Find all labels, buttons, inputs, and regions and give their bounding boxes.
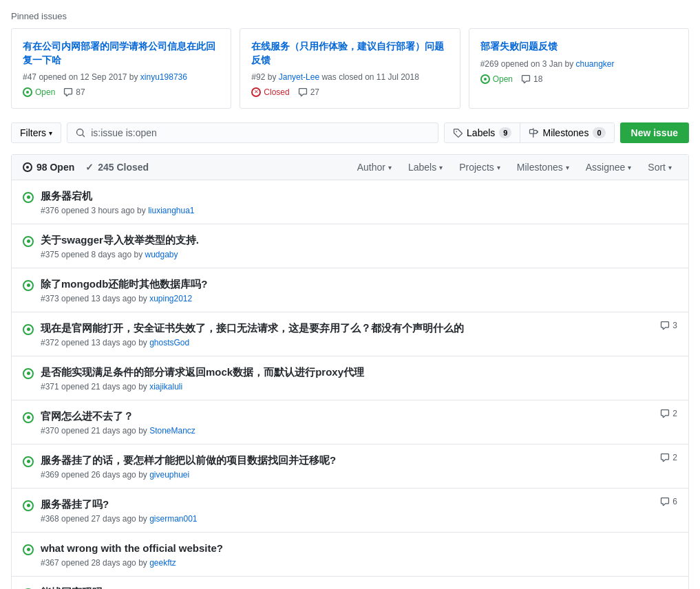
pinned-card-1-title[interactable]: 有在公司内网部署的同学请将公司信息在此回复一下哈 [23, 40, 220, 67]
table-row: 服务器挂了的话，要怎样才能把以前做的项目数据找回并迁移呢? #369 opene… [12, 445, 688, 489]
table-row: 现在是官网能打开，安全证书失效了，接口无法请求，这是要弃用了么？都没有个声明什么… [12, 312, 688, 356]
sort-filter[interactable]: Sort ▾ [642, 162, 677, 173]
issue-meta-6: #369 opened 26 days ago by giveuphuei [41, 470, 655, 480]
filters-button[interactable]: Filters ▾ [11, 122, 61, 143]
issues-container: 98 Open ✓ 245 Closed Author ▾ Labels ▾ P… [11, 154, 689, 589]
issue-right-3: 3 [660, 321, 677, 330]
chevron-down-icon-labels: ▾ [439, 164, 443, 171]
new-issue-button[interactable]: New issue [620, 122, 689, 143]
issue-content-1: 关于swagger导入枚举类型的支持. #375 opened 8 days a… [41, 233, 672, 259]
issue-content-2: 除了mongodb还能时其他数据库吗? #373 opened 13 days … [41, 277, 672, 303]
table-row: 除了mongodb还能时其他数据库吗? #373 opened 13 days … [12, 268, 688, 312]
chevron-down-icon-milestones: ▾ [566, 164, 569, 171]
issue-title-1[interactable]: 关于swagger导入枚举类型的支持. [41, 233, 672, 247]
issues-header-left: 98 Open ✓ 245 Closed [23, 162, 352, 173]
closed-count[interactable]: ✓ 245 Closed [85, 162, 149, 173]
issue-content-8: what wrong with the official website? #3… [41, 541, 672, 568]
issue-content-0: 服务器宕机 #376 opened 3 hours ago by liuxian… [41, 189, 672, 215]
table-row: 关于swagger导入枚举类型的支持. #375 opened 8 days a… [12, 224, 688, 268]
comment-count-3: 18 [521, 74, 542, 84]
issue-open-icon-9 [23, 586, 34, 589]
table-row: 服务器宕机 #376 opened 3 hours ago by liuxian… [12, 180, 688, 224]
author-filter[interactable]: Author ▾ [352, 162, 397, 173]
issue-title-2[interactable]: 除了mongodb还能时其他数据库吗? [41, 277, 672, 291]
issues-list: 服务器宕机 #376 opened 3 hours ago by liuxian… [12, 180, 688, 589]
open-icon [23, 87, 32, 97]
pinned-header: Pinned issues [11, 11, 689, 21]
label-milestone-group: Labels 9 Milestones 0 [444, 122, 614, 143]
chevron-down-icon-assignee: ▾ [628, 164, 631, 171]
issue-content-9: 能找回密码吗? #366 opened 8 Oct by yuegray [41, 585, 672, 589]
issue-right-6: 2 [660, 453, 677, 462]
issues-header-filters: Author ▾ Labels ▾ Projects ▾ Milestones … [352, 162, 677, 173]
open-icon-3 [480, 74, 490, 84]
issue-title-3[interactable]: 现在是官网能打开，安全证书失效了，接口无法请求，这是要弃用了么？都没有个声明什么… [41, 321, 655, 335]
pinned-card-1-meta: #47 opened on 12 Sep 2017 by xinyu198736 [23, 72, 220, 82]
issue-meta-7: #368 opened 27 days ago by giserman001 [41, 514, 655, 524]
comment-count-3: 3 [660, 321, 677, 330]
assignee-filter[interactable]: Assignee ▾ [580, 162, 637, 173]
issue-open-icon-6 [23, 454, 34, 467]
chevron-down-icon-projects: ▾ [497, 164, 500, 171]
table-row: 服务器挂了吗? #368 opened 27 days ago by giser… [12, 489, 688, 533]
closed-status-badge: Closed [251, 87, 289, 97]
table-row: 官网怎么进不去了？ #370 opened 21 days ago by Sto… [12, 400, 688, 445]
issue-open-icon-5 [23, 410, 34, 423]
table-row: 能找回密码吗? #366 opened 8 Oct by yuegray [12, 577, 688, 589]
table-row: what wrong with the official website? #3… [12, 533, 688, 577]
issue-open-icon-1 [23, 234, 34, 247]
issue-title-9[interactable]: 能找回密码吗? [41, 585, 672, 589]
milestones-button[interactable]: Milestones 0 [520, 123, 613, 142]
issue-title-6[interactable]: 服务器挂了的话，要怎样才能把以前做的项目数据找回并迁移呢? [41, 453, 655, 467]
open-count-label: 98 Open [36, 162, 74, 173]
milestone-icon [529, 128, 538, 138]
open-count[interactable]: 98 Open [23, 162, 74, 173]
pinned-card-2: 在线服务（只用作体验，建议自行部署）问题反馈 #92 by Janyet-Lee… [240, 28, 460, 109]
issue-meta-2: #373 opened 13 days ago by xuping2012 [41, 294, 672, 303]
milestones-filter[interactable]: Milestones ▾ [511, 162, 575, 173]
open-issues-icon [23, 162, 32, 172]
issue-title-7[interactable]: 服务器挂了吗? [41, 497, 655, 511]
issue-title-8[interactable]: what wrong with the official website? [41, 541, 672, 555]
labels-filter[interactable]: Labels ▾ [403, 162, 448, 173]
table-row: 是否能实现满足条件的部分请求返回mock数据，而默认进行proxy代理 #371… [12, 356, 688, 400]
issue-open-icon-4 [23, 366, 34, 379]
open-status-badge-3: Open [480, 74, 513, 84]
issue-meta-4: #371 opened 21 days ago by xiajikaluli [41, 382, 672, 392]
filters-label: Filters [20, 127, 46, 138]
issues-list-header: 98 Open ✓ 245 Closed Author ▾ Labels ▾ P… [12, 155, 688, 180]
pinned-card-3-status: Open 18 [480, 74, 677, 84]
issue-content-4: 是否能实现满足条件的部分请求返回mock数据，而默认进行proxy代理 #371… [41, 365, 672, 392]
issue-meta-8: #367 opened 28 days ago by geekftz [41, 558, 672, 568]
issue-content-5: 官网怎么进不去了？ #370 opened 21 days ago by Sto… [41, 409, 655, 436]
issue-content-3: 现在是官网能打开，安全证书失效了，接口无法请求，这是要弃用了么？都没有个声明什么… [41, 321, 655, 347]
comment-count-2: 27 [298, 87, 319, 97]
pinned-card-2-status: Closed 27 [251, 87, 448, 97]
comment-count-7: 6 [660, 497, 677, 506]
closed-count-label: 245 Closed [98, 162, 149, 173]
issue-title-0[interactable]: 服务器宕机 [41, 189, 672, 203]
labels-button[interactable]: Labels 9 [445, 123, 520, 142]
issue-open-icon-8 [23, 542, 34, 555]
pinned-grid: 有在公司内网部署的同学请将公司信息在此回复一下哈 #47 opened on 1… [11, 28, 689, 109]
issue-content-7: 服务器挂了吗? #368 opened 27 days ago by giser… [41, 497, 655, 524]
pinned-card-2-meta: #92 by Janyet-Lee was closed on 11 Jul 2… [251, 72, 448, 82]
search-input[interactable] [91, 127, 429, 138]
issue-content-6: 服务器挂了的话，要怎样才能把以前做的项目数据找回并迁移呢? #369 opene… [41, 453, 655, 480]
comment-count-6: 2 [660, 453, 677, 462]
toolbar: Filters ▾ Labels 9 Milestones 0 New issu… [11, 122, 689, 143]
issue-title-5[interactable]: 官网怎么进不去了？ [41, 409, 655, 423]
pinned-card-3-title[interactable]: 部署失败问题反馈 [480, 40, 677, 54]
comment-count-5: 2 [660, 409, 677, 418]
issue-title-4[interactable]: 是否能实现满足条件的部分请求返回mock数据，而默认进行proxy代理 [41, 365, 672, 379]
open-status-badge: Open [23, 87, 55, 97]
issue-meta-0: #376 opened 3 hours ago by liuxianghua1 [41, 206, 672, 215]
issue-right-5: 2 [660, 409, 677, 418]
comment-count: 87 [63, 87, 85, 97]
projects-filter[interactable]: Projects ▾ [454, 162, 506, 173]
issue-meta-5: #370 opened 21 days ago by StoneMancz [41, 426, 655, 436]
issue-open-icon-7 [23, 498, 34, 511]
tag-icon [453, 128, 463, 138]
chevron-down-icon: ▾ [49, 129, 52, 137]
pinned-card-2-title[interactable]: 在线服务（只用作体验，建议自行部署）问题反馈 [251, 40, 448, 67]
